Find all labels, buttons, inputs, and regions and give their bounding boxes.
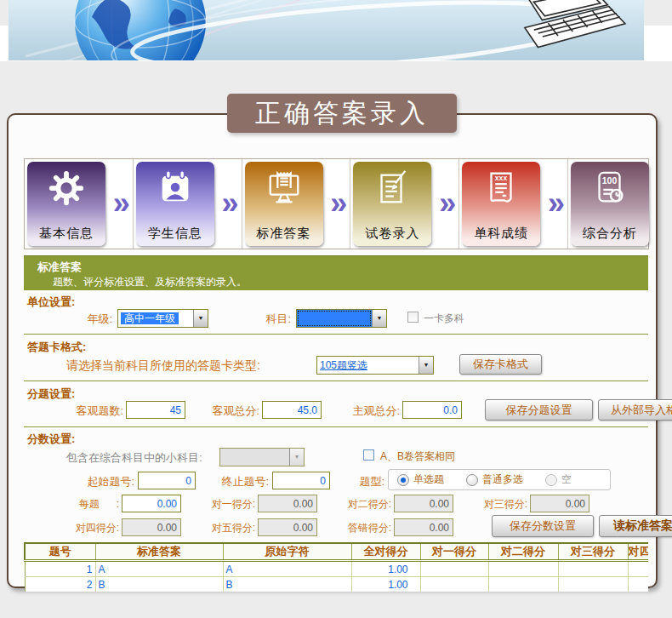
end-number-label: 终止题号: <box>211 474 269 489</box>
per-question-input[interactable] <box>122 495 181 512</box>
cell-full-score: 1.00 <box>351 577 420 592</box>
scroll-xxx-icon: xxx <box>481 167 521 209</box>
page-title: 正确答案录入 <box>227 94 457 133</box>
cell-match3 <box>558 561 628 577</box>
calendar-user-icon <box>156 167 195 209</box>
step-label: 基本信息 <box>39 226 94 242</box>
unit-section-header: 单位设置: <box>27 295 75 310</box>
question-type-group: 单选题 普通多选 空 <box>388 469 611 490</box>
step-basic-info[interactable]: 基本信息 <box>27 162 105 246</box>
cell-match4 <box>628 577 648 592</box>
grade-label: 年级: <box>75 312 112 327</box>
section-divider <box>24 381 648 381</box>
save-card-format-button[interactable]: 保存卡格式 <box>459 354 542 375</box>
doc-100-clock-icon: 100 <box>590 167 629 209</box>
step-cell-exam-entry: 试卷录入 » <box>350 159 459 249</box>
table-row[interactable]: 2 B B 1.00 <box>25 577 648 592</box>
cell-match1 <box>420 561 488 577</box>
start-number-input[interactable] <box>138 472 196 489</box>
subject-select-arrow-icon[interactable]: ▼ <box>372 310 386 327</box>
save-score-settings-button[interactable]: 保存分数设置 <box>492 515 594 537</box>
card-type-select[interactable]: 105题竖选 ▼ <box>316 356 434 375</box>
sub-subject-select-arrow-icon: ▼ <box>289 449 304 466</box>
step-subject-score[interactable]: xxx 单科成绩 <box>462 162 540 246</box>
card-type-value: 105题竖选 <box>320 359 367 371</box>
col-match1-score: 对一得分 <box>420 543 488 561</box>
per-question-label: 每题 : <box>65 497 119 512</box>
cell-full-score: 1.00 <box>351 561 420 577</box>
step-analysis[interactable]: 100 综合分析 <box>571 162 649 246</box>
step-cell-analysis: 100 综合分析 <box>568 159 648 249</box>
grade-select-arrow-icon[interactable]: ▼ <box>193 310 208 327</box>
radio-single-choice-label: 单选题 <box>413 472 444 487</box>
wrong-score-input <box>394 518 453 536</box>
objective-total-input[interactable] <box>262 401 322 419</box>
info-bar-subtitle: 题数、评分标准设置、及标准答案的录入。 <box>53 275 247 289</box>
cell-question-no: 1 <box>25 561 95 577</box>
subjective-total-input[interactable] <box>402 401 462 419</box>
step-label: 综合分析 <box>583 226 637 242</box>
chevron-right-icon: » <box>113 188 130 219</box>
table-row[interactable]: 1 A A 1.00 <box>25 561 648 577</box>
match3-input <box>530 495 589 512</box>
multi-card-label: 一卡多科 <box>424 312 464 326</box>
match5-input <box>258 518 317 536</box>
gear-icon <box>47 167 86 209</box>
radio-empty[interactable] <box>545 474 557 486</box>
ab-same-checkbox[interactable] <box>363 449 374 461</box>
chevron-right-icon: » <box>439 188 456 219</box>
step-label: 试卷录入 <box>365 226 419 242</box>
cell-match2 <box>488 577 558 592</box>
radio-multi-choice[interactable] <box>466 474 478 486</box>
cell-match4 <box>628 561 648 577</box>
end-number-input[interactable] <box>272 472 330 489</box>
question-type-label: 题型: <box>349 474 384 489</box>
answer-table: 题号 标准答案 原始字符 全对得分 对一得分 对二得分 对三得分 对四得分 1 … <box>24 542 648 592</box>
cell-match2 <box>488 561 558 577</box>
svg-text:100: 100 <box>602 175 618 186</box>
match4-input <box>122 518 181 536</box>
sub-subject-label: 包含在综合科目中的小科目: <box>66 450 202 466</box>
step-cell-student-info: 学生信息 » <box>134 159 242 249</box>
radio-single-choice[interactable] <box>397 474 409 486</box>
chevron-right-icon: » <box>330 188 347 219</box>
step-label: 单科成绩 <box>474 226 528 242</box>
split-section-header: 分题设置: <box>27 386 75 402</box>
doc-pencil-icon <box>373 167 412 209</box>
step-standard-answer[interactable]: 标准答案 <box>245 162 323 246</box>
match1-input <box>258 495 317 512</box>
score-section-header: 分数设置: <box>27 432 75 447</box>
save-split-settings-button[interactable]: 保存分题设置 <box>485 399 593 421</box>
start-number-label: 起始题号: <box>77 474 134 489</box>
cell-match1 <box>420 577 488 592</box>
monitor-doc-icon <box>265 167 304 209</box>
col-match3-score: 对三得分 <box>558 543 628 561</box>
cell-raw-chars: A <box>223 561 351 577</box>
multi-card-checkbox[interactable] <box>407 312 419 323</box>
info-bar: 标准答案 题数、评分标准设置、及标准答案的录入。 <box>24 255 648 290</box>
step-cell-subject-score: xxx 单科成绩 » <box>459 159 568 249</box>
sub-subject-select: ▼ <box>219 448 305 466</box>
step-label: 标准答案 <box>257 226 311 242</box>
objective-count-label: 客观题数: <box>64 403 123 419</box>
col-match4-score: 对四得分 <box>628 543 648 561</box>
section-divider <box>24 334 648 335</box>
objective-count-input[interactable] <box>126 401 185 419</box>
subject-label: 科目: <box>253 312 291 327</box>
read-standard-answer-button[interactable]: 读标准答案 <box>599 515 672 537</box>
step-student-info[interactable]: 学生信息 <box>136 162 214 246</box>
info-bar-title: 标准答案 <box>37 260 82 275</box>
objective-total-label: 客观总分: <box>200 403 259 419</box>
step-cell-standard-answer: 标准答案 » <box>242 159 351 249</box>
import-external-button[interactable]: 从外部导入格式 <box>598 399 672 421</box>
col-full-score: 全对得分 <box>351 543 420 561</box>
match2-input <box>394 495 453 512</box>
workflow-strip: 基本信息 » 学生信息 » <box>24 158 649 249</box>
grade-select[interactable]: 高中一年级 ▼ <box>117 309 208 328</box>
subject-select[interactable]: ▼ <box>296 309 387 328</box>
banner <box>9 0 644 60</box>
card-type-select-arrow-icon[interactable]: ▼ <box>419 357 433 374</box>
step-label: 学生信息 <box>148 226 202 242</box>
step-exam-entry[interactable]: 试卷录入 <box>353 162 431 246</box>
cell-standard-answer: A <box>95 561 223 577</box>
